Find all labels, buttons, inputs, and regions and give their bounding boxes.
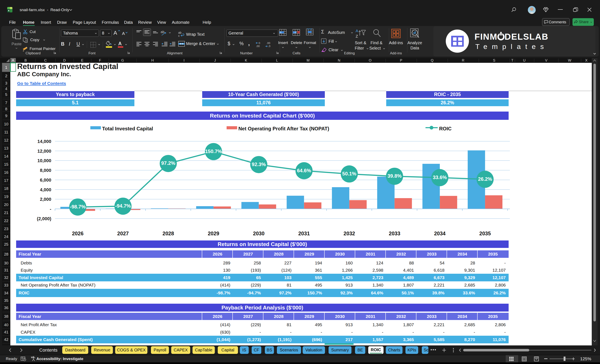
svg-text:Z: Z (356, 34, 358, 38)
svg-text:M: M (307, 58, 309, 62)
svg-text:30: 30 (4, 261, 8, 265)
svg-text:N: N (338, 58, 340, 62)
svg-text:G: G (121, 58, 124, 62)
svg-text:2026: 2026 (72, 231, 84, 236)
svg-text:28: 28 (4, 252, 8, 256)
svg-text:2033: 2033 (389, 231, 400, 236)
svg-text:A: A (356, 29, 358, 33)
svg-text:.0: .0 (268, 45, 271, 47)
svg-text:X: X (585, 58, 587, 62)
svg-text:F: F (99, 58, 101, 62)
svg-text:4: 4 (5, 87, 8, 91)
svg-text:ab: ab (178, 31, 181, 34)
svg-text:2031: 2031 (298, 231, 310, 236)
svg-text:2: 2 (5, 74, 8, 78)
svg-text:Net Operating Profit After Tax: Net Operating Profit After Tax (NOPAT) (238, 126, 329, 131)
svg-text:2027: 2027 (117, 231, 129, 236)
svg-text:36: 36 (4, 306, 8, 310)
svg-text:2028: 2028 (162, 231, 174, 236)
svg-text:.00: .00 (266, 42, 270, 45)
svg-text:8,000: 8,000 (40, 168, 51, 173)
svg-text:P: P (400, 58, 402, 62)
svg-text:2034: 2034 (434, 231, 446, 236)
svg-text:34: 34 (4, 291, 9, 295)
svg-text:U: U (523, 58, 525, 62)
svg-text:12,000: 12,000 (38, 148, 51, 154)
svg-text:J: J (214, 58, 216, 62)
svg-text:14,000: 14,000 (38, 139, 51, 144)
svg-text:31: 31 (4, 268, 8, 272)
svg-text:2029: 2029 (208, 231, 219, 236)
svg-text:33.6%: 33.6% (433, 174, 447, 180)
svg-text:33: 33 (4, 283, 8, 287)
svg-text:32: 32 (4, 275, 8, 280)
svg-text:2032: 2032 (344, 231, 355, 236)
svg-text:2030: 2030 (253, 231, 265, 236)
svg-text:.00: .00 (256, 45, 260, 47)
svg-text:150.7%: 150.7% (205, 148, 222, 154)
svg-text:39.8%: 39.8% (387, 173, 402, 179)
svg-text:W: W (568, 58, 571, 62)
svg-text:26.2%: 26.2% (478, 176, 492, 182)
svg-text:1: 1 (5, 65, 8, 70)
svg-text:I: I (184, 58, 185, 62)
svg-text:10,000: 10,000 (38, 158, 51, 163)
svg-text:ab: ab (161, 30, 164, 34)
svg-text:H: H (151, 58, 154, 62)
svg-text:2035: 2035 (479, 231, 491, 236)
svg-text:ROIC: ROIC (439, 126, 451, 131)
svg-text:38: 38 (4, 314, 8, 318)
svg-text:8: 8 (5, 107, 8, 111)
svg-text:Total Invested Capital: Total Invested Capital (102, 126, 153, 131)
svg-text:6,000: 6,000 (40, 177, 51, 183)
svg-text:E: E (81, 58, 83, 62)
svg-text:Q: Q (431, 58, 433, 62)
svg-text:c: c (178, 34, 180, 37)
svg-text:-: - (50, 206, 51, 211)
svg-text:D: D (63, 58, 66, 62)
svg-text:K: K (245, 58, 247, 62)
svg-text:-98.7%: -98.7% (70, 204, 86, 209)
svg-text:S: S (493, 58, 495, 62)
svg-text:7: 7 (5, 100, 8, 105)
svg-text:C: C (44, 58, 47, 62)
svg-text:5: 5 (5, 92, 8, 97)
svg-text:(2,000): (2,000) (37, 216, 51, 221)
svg-text:V: V (545, 58, 547, 62)
svg-text:2,000: 2,000 (40, 197, 51, 202)
svg-text:40: 40 (4, 323, 8, 327)
svg-text:41: 41 (4, 330, 8, 334)
svg-text:O: O (369, 58, 371, 62)
svg-text:0: 0 (259, 42, 260, 45)
svg-text:-94.7%: -94.7% (115, 203, 131, 209)
svg-text:3: 3 (5, 81, 8, 85)
svg-text:L: L (276, 58, 278, 62)
svg-text:A: A (12, 58, 14, 62)
svg-text:9: 9 (5, 114, 8, 118)
svg-text:92.3%: 92.3% (252, 162, 266, 167)
svg-text:T: T (511, 58, 513, 62)
svg-text:64.6%: 64.6% (297, 168, 311, 173)
svg-text:42: 42 (4, 337, 8, 342)
svg-text:B: B (24, 58, 27, 62)
svg-text:50.1%: 50.1% (342, 171, 356, 176)
svg-text:R: R (462, 58, 464, 62)
svg-text:97.2%: 97.2% (161, 160, 175, 166)
svg-text:4,000: 4,000 (40, 187, 51, 192)
svg-text:35: 35 (4, 298, 8, 303)
